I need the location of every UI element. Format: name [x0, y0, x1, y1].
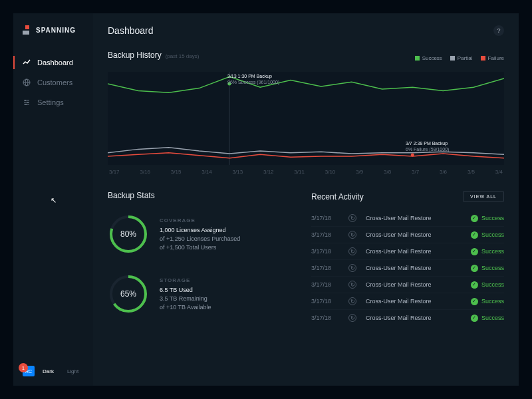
x-tick: 3/10 — [325, 169, 336, 175]
activity-date: 3/17/18 — [311, 248, 339, 255]
main: Dashboard ? Backup History (past 15 days… — [93, 13, 519, 386]
activity-row[interactable]: 3/17/18Cross-User Mail Restore✓Success — [311, 227, 504, 243]
legend-success: Success — [415, 55, 442, 61]
cursor-icon: ↖ — [51, 196, 57, 205]
x-tick: 3/15 — [171, 169, 182, 175]
storage-card: 65% STORAGE 6.5 TB Used 3.5 TB Remaining… — [108, 269, 294, 315]
restore-icon — [348, 247, 356, 255]
rc-badge[interactable]: 1 RC — [23, 366, 35, 376]
x-tick: 3/11 — [294, 169, 305, 175]
globe-icon — [23, 78, 31, 86]
coverage-card: 80% COVERAGE 1,000 Licenses Assigned of … — [108, 209, 294, 255]
activity-desc: Cross-User Mail Restore — [366, 215, 462, 221]
activity-date: 3/17/18 — [311, 265, 339, 271]
storage-label: STORAGE — [160, 277, 211, 283]
restore-icon — [348, 264, 356, 272]
x-tick: 3/16 — [140, 169, 150, 175]
x-tick: 3/5 — [467, 169, 475, 175]
storage-donut: 65% — [108, 273, 149, 315]
legend-partial: Partial — [450, 55, 473, 61]
chart-x-axis: 3/173/163/153/143/133/123/113/103/93/83/… — [108, 169, 504, 175]
activity-status: ✓Success — [471, 215, 504, 222]
sliders-icon — [23, 98, 31, 106]
activity-desc: Cross-User Mail Restore — [366, 231, 462, 238]
x-tick: 3/6 — [440, 169, 447, 175]
activity-row[interactable]: 3/17/18Cross-User Mail Restore✓Success — [311, 277, 504, 293]
activity-desc: Cross-User Mail Restore — [366, 298, 462, 305]
sidebar-item-settings[interactable]: Settings — [13, 93, 93, 112]
page-title: Dashboard — [108, 25, 154, 36]
page-header: Dashboard ? — [108, 25, 504, 36]
theme-light-button[interactable]: Light — [62, 366, 84, 376]
backup-history-subtitle: (past 15 days) — [166, 53, 200, 59]
x-tick: 3/9 — [356, 169, 363, 175]
recent-activity-title: Recent Activity — [311, 192, 364, 201]
check-icon: ✓ — [471, 231, 478, 239]
theme-toggle: 1 RC Dark Light — [23, 366, 84, 376]
x-tick: 3/17 — [109, 169, 120, 175]
activity-status: ✓Success — [471, 315, 504, 322]
trend-icon — [23, 59, 31, 66]
check-icon: ✓ — [471, 265, 478, 272]
check-icon: ✓ — [471, 281, 478, 289]
activity-row[interactable]: 3/17/18Cross-User Mail Restore✓Success — [311, 310, 504, 326]
brand-logo: SPANNING — [13, 25, 93, 35]
brand-name: SPANNING — [36, 27, 76, 34]
svg-point-11 — [411, 154, 414, 157]
check-icon: ✓ — [471, 298, 478, 305]
x-tick: 3/7 — [412, 169, 419, 175]
restore-icon — [348, 314, 356, 322]
sidebar-item-customers[interactable]: Customers — [13, 73, 93, 92]
x-tick: 3/4 — [495, 169, 503, 175]
notification-badge: 1 — [19, 363, 28, 372]
activity-desc: Cross-User Mail Restore — [366, 281, 462, 288]
chart-header: Backup History (past 15 days) Success Pa… — [108, 51, 504, 65]
chart-legend: Success Partial Failure — [415, 55, 504, 61]
svg-point-8 — [25, 104, 27, 105]
activity-desc: Cross-User Mail Restore — [366, 248, 462, 255]
x-tick: 3/14 — [201, 169, 212, 175]
chart-tooltip-failure: 3/7 2:38 PM Backup 6% Failure (59/1000) — [406, 140, 449, 152]
restore-icon — [348, 281, 356, 289]
activity-status: ✓Success — [471, 298, 504, 305]
sidebar-item-label: Customers — [37, 78, 72, 86]
help-icon[interactable]: ? — [493, 25, 504, 36]
backup-history-title: Backup History — [108, 51, 162, 60]
check-icon: ✓ — [471, 215, 478, 222]
restore-icon — [348, 297, 356, 305]
check-icon: ✓ — [471, 315, 478, 322]
check-icon: ✓ — [471, 248, 478, 255]
activity-status: ✓Success — [471, 231, 504, 239]
activity-row[interactable]: 3/17/18Cross-User Mail Restore✓Success — [311, 260, 504, 277]
activity-date: 3/17/18 — [311, 231, 339, 238]
backup-history-chart[interactable]: 3/13 1:30 PM Backup 96% Success (961/100… — [108, 72, 504, 165]
logo-icon — [23, 25, 32, 35]
restore-icon — [348, 231, 356, 239]
recent-activity-panel: Recent Activity VIEW ALL 3/17/18Cross-Us… — [311, 191, 504, 329]
activity-status: ✓Success — [471, 248, 504, 255]
view-all-button[interactable]: VIEW ALL — [463, 191, 504, 202]
theme-dark-button[interactable]: Dark — [37, 366, 59, 376]
svg-point-7 — [27, 102, 29, 103]
legend-failure: Failure — [481, 55, 504, 61]
activity-date: 3/17/18 — [311, 298, 339, 305]
coverage-label: COVERAGE — [160, 217, 240, 223]
activity-status: ✓Success — [471, 265, 504, 272]
svg-point-6 — [25, 100, 26, 101]
sidebar-item-label: Dashboard — [37, 59, 73, 66]
activity-row[interactable]: 3/17/18Cross-User Mail Restore✓Success — [311, 210, 504, 227]
nav: Dashboard Customers Settings — [13, 53, 93, 112]
activity-row[interactable]: 3/17/18Cross-User Mail Restore✓Success — [311, 243, 504, 260]
sidebar-item-dashboard[interactable]: Dashboard — [13, 53, 93, 72]
sidebar-item-label: Settings — [37, 98, 64, 106]
x-tick: 3/8 — [384, 169, 391, 175]
activity-status: ✓Success — [471, 281, 504, 289]
x-tick: 3/12 — [263, 169, 274, 175]
restore-icon — [348, 214, 356, 222]
backup-stats-panel: Backup Stats 80% COVERAGE 1,000 Licenses… — [108, 191, 294, 329]
activity-desc: Cross-User Mail Restore — [366, 265, 462, 271]
activity-date: 3/17/18 — [311, 215, 339, 221]
x-tick: 3/13 — [233, 169, 243, 175]
activity-date: 3/17/18 — [311, 281, 339, 288]
activity-row[interactable]: 3/17/18Cross-User Mail Restore✓Success — [311, 293, 504, 310]
